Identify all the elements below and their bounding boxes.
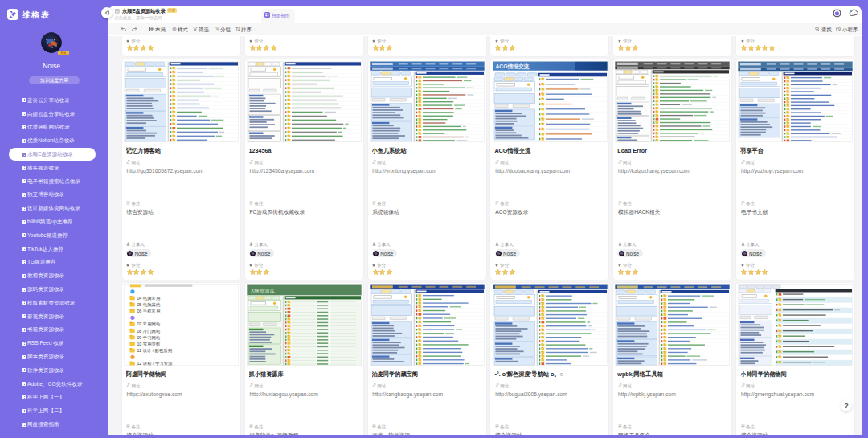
svg-text:12 课程 / 学习资源: 12 课程 / 学习资源 — [137, 362, 173, 366]
svg-text:04 电脑常用: 04 电脑常用 — [137, 296, 160, 301]
svg-text:09 学习网站: 09 学习网站 — [137, 335, 161, 340]
svg-text:08 冷门网站: 08 冷门网站 — [137, 329, 161, 334]
svg-text:ACG情报交流: ACG情报交流 — [495, 63, 529, 70]
svg-text:X猫资源库: X猫资源库 — [251, 288, 276, 294]
svg-text:06 手机常用: 06 手机常用 — [137, 309, 160, 314]
svg-text:10 实用导航: 10 实用导航 — [137, 342, 161, 347]
svg-text:11 设计 / 影视后期: 11 设计 / 影视后期 — [137, 348, 172, 354]
svg-text:05 电脑其他: 05 电脑其他 — [137, 302, 161, 308]
svg-text:07 常用网站: 07 常用网站 — [137, 322, 161, 328]
